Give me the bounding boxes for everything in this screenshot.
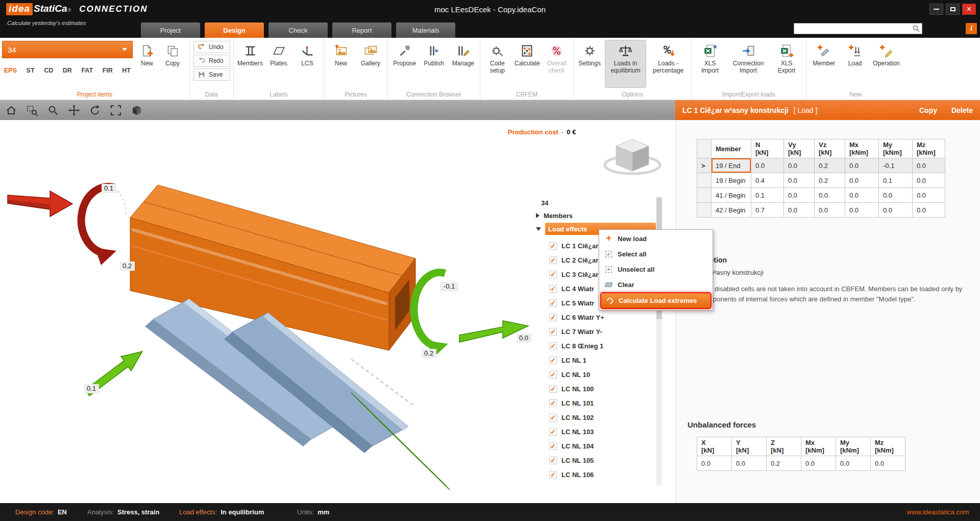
loads-percentage-button[interactable]: Loads - percentage (648, 40, 688, 88)
table-row[interactable]: 42 / Begin 0.7 0.0 0.0 0.0 0.0 0.0 (697, 203, 945, 218)
checkbox-checked-icon[interactable] (549, 342, 557, 350)
checkbox-checked-icon[interactable] (549, 256, 557, 264)
row-selector[interactable] (697, 203, 712, 218)
checkbox-checked-icon[interactable] (549, 271, 557, 278)
tab-materials[interactable]: Materials (396, 22, 455, 38)
chevron-down-icon[interactable] (536, 227, 541, 231)
type-eps[interactable]: EPS (4, 67, 17, 74)
checkbox-checked-icon[interactable] (549, 471, 557, 479)
new-picture-button[interactable]: New (327, 40, 355, 88)
tab-design[interactable]: Design (205, 22, 264, 38)
checkbox-checked-icon[interactable] (549, 285, 557, 293)
table-row[interactable]: 19 / Begin 0.4 0.0 0.2 0.0 0.1 0.0 (697, 173, 945, 188)
publish-button[interactable]: Publish (420, 40, 447, 88)
load-case-item[interactable]: LC 7 Wiatr Y- (531, 324, 663, 339)
website-link[interactable]: www.ideastatica.com (907, 508, 969, 516)
load-case-item[interactable]: LC NL 1 (531, 353, 663, 367)
close-button[interactable] (962, 4, 976, 15)
manage-button[interactable]: Manage (450, 40, 477, 88)
checkbox-checked-icon[interactable] (549, 314, 557, 321)
load-case-item[interactable]: LC NL 106 (531, 467, 663, 482)
row-selector[interactable] (697, 158, 712, 173)
new-project-item-button[interactable]: New (135, 40, 159, 88)
connection-import-button[interactable]: Connection Import (727, 40, 769, 88)
table-row[interactable]: 19 / End 0.0 0.0 0.2 0.0 -0.1 0.0 (697, 158, 945, 173)
load-case-item[interactable]: LC 8 Œnieg 1 (531, 339, 663, 353)
zoom-fit-icon[interactable] (110, 104, 122, 116)
menu-item-calculate-load-extremes[interactable]: Calculate Load extremes (600, 292, 712, 309)
new-member-button[interactable]: Member (810, 40, 839, 88)
checkbox-checked-icon[interactable] (549, 299, 557, 307)
undo-button[interactable]: Undo (193, 41, 230, 53)
type-ht[interactable]: HT (122, 67, 131, 74)
load-case-item[interactable]: LC NL 104 (531, 439, 663, 453)
menu-item-select-all[interactable]: Select all (600, 246, 712, 262)
delete-load-button[interactable]: Delete (951, 106, 973, 114)
menu-item-clear[interactable]: Clear (600, 277, 712, 292)
search-input[interactable] (794, 25, 913, 32)
code-setup-button[interactable]: Code setup (483, 40, 511, 88)
redo-button[interactable]: Redo (193, 55, 230, 67)
menu-item-new-load[interactable]: New load (600, 231, 712, 246)
settings-button[interactable]: Settings (577, 40, 603, 88)
lcs-labels-button[interactable]: LCS (294, 40, 321, 88)
zoom-window-icon[interactable] (26, 104, 38, 116)
load-case-item[interactable]: LC NL 100 (531, 382, 663, 396)
load-case-item[interactable]: LC 6 Wiatr Y+ (531, 310, 663, 324)
row-selector[interactable] (697, 173, 712, 188)
table-row[interactable]: 41 / Begin 0.1 0.0 0.0 0.0 0.0 0.0 (697, 188, 945, 203)
members-labels-button[interactable]: Members (237, 40, 263, 88)
search-icon[interactable] (913, 25, 920, 32)
tab-report[interactable]: Report (332, 22, 391, 38)
load-case-item[interactable]: LC NL 10 (531, 367, 663, 382)
gallery-button[interactable]: Gallery (357, 40, 384, 88)
tab-check[interactable]: Check (268, 22, 328, 38)
checkbox-checked-icon[interactable] (549, 428, 557, 436)
loads-in-equilibrium-toggle[interactable]: Loads in equilibrium (605, 40, 647, 88)
plates-labels-button[interactable]: Plates (265, 40, 292, 88)
load-case-item[interactable]: LC NL 101 (531, 396, 663, 410)
checkbox-checked-icon[interactable] (549, 385, 557, 393)
load-case-item[interactable]: LC NL 103 (531, 424, 663, 439)
maximize-button[interactable] (946, 4, 960, 15)
new-load-button[interactable]: Load (841, 40, 870, 88)
checkbox-checked-icon[interactable] (549, 414, 557, 421)
type-st[interactable]: ST (27, 67, 35, 74)
checkbox-checked-icon[interactable] (549, 442, 557, 450)
checkbox-checked-icon[interactable] (549, 357, 557, 364)
type-fir[interactable]: FIR (103, 67, 113, 74)
copy-project-item-button[interactable]: Copy (160, 40, 185, 88)
new-operation-button[interactable]: Operation (871, 40, 901, 88)
row-selector[interactable] (697, 188, 712, 203)
checkbox-checked-icon[interactable] (549, 371, 557, 378)
checkbox-checked-icon[interactable] (549, 457, 557, 464)
tab-project[interactable]: Project (141, 22, 200, 38)
type-cd[interactable]: CD (44, 67, 53, 74)
xls-export-button[interactable]: XLS Export (771, 40, 802, 88)
home-view-icon[interactable] (5, 104, 17, 116)
type-dr[interactable]: DR (63, 67, 72, 74)
load-case-item[interactable]: LC NL 102 (531, 410, 663, 424)
solid-view-cube-icon[interactable] (131, 104, 143, 116)
checkbox-checked-icon[interactable] (549, 242, 557, 250)
load-case-item[interactable]: LC NL 105 (531, 453, 663, 467)
chevron-right-icon[interactable] (536, 213, 540, 218)
force-arrow-red[interactable] (8, 191, 72, 217)
tree-root-item[interactable]: 34 (531, 197, 663, 209)
propose-button[interactable]: Propose (391, 40, 418, 88)
info-button[interactable] (966, 23, 977, 34)
type-fat[interactable]: FAT (81, 67, 93, 74)
pan-icon[interactable] (68, 104, 80, 116)
calculate-button[interactable]: Calculate (513, 40, 542, 88)
moment-arrow-red[interactable] (81, 186, 126, 265)
minimize-button[interactable] (929, 4, 943, 15)
checkbox-checked-icon[interactable] (549, 399, 557, 407)
tree-branch-members[interactable]: Members (531, 209, 663, 222)
save-button[interactable]: Save (193, 68, 230, 81)
overall-check-button[interactable]: Overall check (543, 40, 570, 88)
checkbox-checked-icon[interactable] (549, 328, 557, 336)
zoom-icon[interactable] (47, 104, 59, 116)
copy-load-button[interactable]: Copy (919, 106, 937, 114)
project-item-dropdown[interactable]: 34 (2, 41, 133, 58)
menu-item-unselect-all[interactable]: Unselect all (600, 262, 712, 277)
